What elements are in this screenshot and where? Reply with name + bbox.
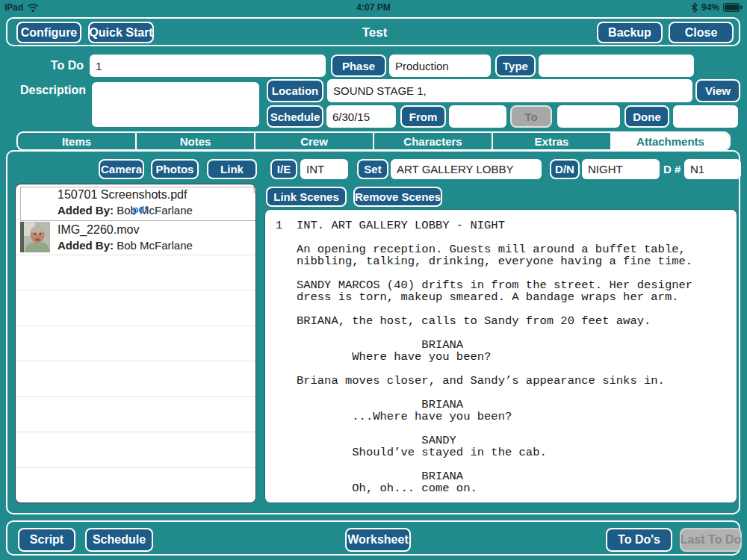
file-added-by: Added By: Bob McFarlane (58, 204, 193, 217)
file-row-empty (16, 468, 255, 503)
to-button: To (510, 105, 552, 128)
file-name: IMG_2260.mov (58, 223, 139, 237)
tab-bar: Items Notes Crew Characters Extras Attac… (16, 131, 731, 151)
pdf-badge: pdf (132, 204, 147, 215)
close-button[interactable]: Close (669, 22, 734, 43)
from-button[interactable]: From (400, 105, 446, 128)
done-date-input[interactable] (673, 105, 738, 128)
link-button[interactable]: Link (207, 159, 257, 179)
tab-extras[interactable]: Extras (493, 133, 612, 149)
location-button[interactable]: Location (267, 79, 323, 102)
file-name: 150701 Screenshots.pdf (58, 188, 187, 202)
tab-items[interactable]: Items (18, 133, 137, 149)
from-date-input[interactable] (449, 105, 506, 128)
scene-script-text: 1 INT. ART GALLERY LOBBY - NIGHT An open… (265, 210, 737, 494)
clock-label: 4:07 PM (0, 2, 747, 13)
todo-input[interactable] (90, 55, 326, 77)
attachments-panel: Camera Photos Link I/E Set D/N D # pdf 1… (6, 150, 740, 514)
set-name-input[interactable] (391, 159, 542, 179)
todos-button[interactable]: To Do's (606, 528, 672, 552)
link-scenes-button[interactable]: Link Scenes (266, 187, 347, 207)
status-bar: iPad 4:07 PM 94% (0, 0, 747, 15)
photos-button[interactable]: Photos (151, 159, 199, 179)
schedule-date-input[interactable] (326, 105, 396, 128)
scene-script-view[interactable]: 1 INT. ART GALLERY LOBBY - NIGHT An open… (264, 209, 737, 503)
camera-button[interactable]: Camera (99, 159, 144, 179)
battery-icon (723, 3, 743, 12)
file-row-empty (16, 432, 255, 467)
tab-crew[interactable]: Crew (255, 133, 374, 149)
file-row-empty (16, 255, 255, 290)
tab-characters[interactable]: Characters (374, 133, 493, 149)
day-night-button[interactable]: D/N (550, 159, 580, 179)
type-input[interactable] (539, 55, 694, 77)
file-row-empty (16, 290, 255, 326)
file-added-by: Added By: Bob McFarlane (58, 239, 193, 252)
int-ext-input[interactable] (300, 159, 348, 179)
done-button[interactable]: Done (624, 105, 669, 128)
file-row-empty (16, 361, 255, 396)
last-todo-button: Last To Do (680, 528, 742, 552)
file-row-empty (16, 397, 255, 432)
phase-input[interactable] (389, 55, 491, 77)
top-toolbar: Configure Quick Start Test Backup Close (6, 17, 740, 46)
backup-button[interactable]: Backup (597, 22, 663, 43)
day-night-input[interactable] (582, 159, 660, 179)
int-ext-button[interactable]: I/E (270, 159, 297, 179)
bottom-toolbar: Script Schedule Worksheet To Do's Last T… (6, 520, 740, 556)
tab-notes[interactable]: Notes (137, 133, 255, 149)
file-row-pdf[interactable]: pdf 150701 Screenshots.pdf Added By: Bob… (16, 184, 255, 220)
tab-attachments[interactable]: Attachments (612, 133, 729, 149)
set-button[interactable]: Set (357, 159, 388, 179)
description-input[interactable] (92, 82, 259, 127)
file-row-video[interactable]: IMG_2260.mov Added By: Bob McFarlane (16, 220, 255, 255)
view-button[interactable]: View (695, 79, 740, 102)
attachment-file-list: pdf 150701 Screenshots.pdf Added By: Bob… (15, 184, 256, 503)
day-number-input[interactable] (684, 159, 741, 179)
file-row-empty (16, 326, 255, 361)
phase-button[interactable]: Phase (331, 55, 386, 77)
script-button[interactable]: Script (18, 528, 75, 552)
schedule-button[interactable]: Schedule (267, 105, 323, 128)
day-number-label: D # (663, 159, 684, 179)
todo-label: To Do (0, 55, 84, 77)
remove-scenes-button[interactable]: Remove Scenes (353, 187, 442, 207)
battery-percent-label: 94% (701, 2, 719, 13)
schedule-nav-button[interactable]: Schedule (85, 528, 153, 552)
location-input[interactable] (327, 79, 692, 102)
video-thumbnail (20, 222, 50, 252)
description-label: Description (0, 82, 86, 99)
type-button[interactable]: Type (495, 55, 536, 77)
worksheet-button[interactable]: Worksheet (345, 528, 411, 552)
to-date-input[interactable] (557, 105, 620, 128)
bluetooth-icon (691, 2, 698, 13)
